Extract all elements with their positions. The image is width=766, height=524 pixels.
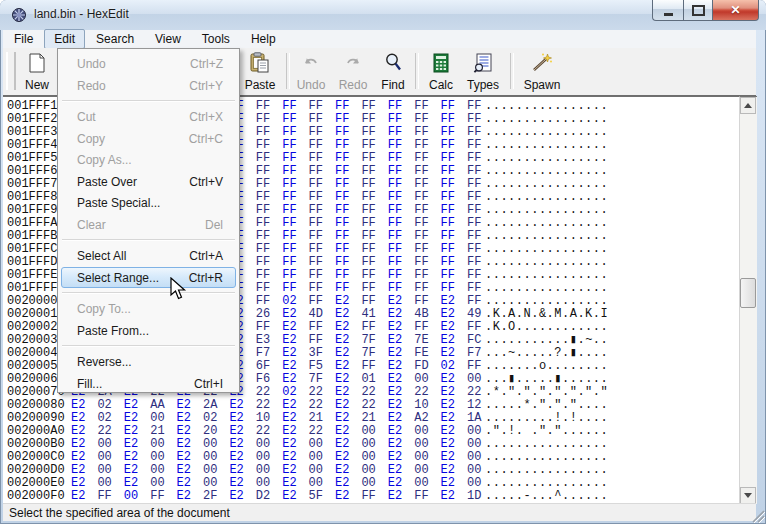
new-button[interactable]: New [15,51,59,92]
menu-item-shortcut: Ctrl+V [189,172,223,194]
menu-item-paste-over[interactable]: Paste OverCtrl+V [61,171,236,193]
new-document-icon [28,51,46,73]
menu-item-shortcut: Ctrl+Y [189,76,223,98]
menu-item-shortcut: Ctrl+A [189,246,223,268]
redo-arrow-icon [343,51,363,73]
hex-byte[interactable]: E2 [441,490,455,503]
hex-byte[interactable]: 5F [309,490,323,503]
hex-byte[interactable]: E2 [229,490,243,503]
hex-byte[interactable]: 1D [467,490,481,503]
menu-item-shortcut: Del [205,215,223,237]
menu-item-select-range[interactable]: Select Range...Ctrl+R [61,267,236,289]
scrollbar-thumb[interactable] [740,278,756,308]
menu-item-label: Reverse... [77,352,132,374]
scroll-up-button[interactable] [740,97,756,114]
hexedit-logo-icon[interactable] [11,7,27,23]
types-document-icon [473,51,493,73]
paste-clipboard-icon [250,51,270,73]
spawn-button-label: Spawn [524,78,561,92]
menu-item-label: Clear [77,215,106,237]
menu-item-label: Redo [77,76,106,98]
hex-byte[interactable]: FF [414,490,428,503]
menu-item-copy-to[interactable]: Copy To... [61,298,236,320]
redo-button-label: Redo [339,78,368,92]
undo-arrow-icon [301,51,321,73]
calc-button[interactable]: Calc [422,51,460,92]
hex-byte[interactable]: FF [150,490,164,503]
find-button-label: Find [381,78,404,92]
menu-search[interactable]: Search [86,29,144,49]
menu-item-shortcut: Ctrl+C [189,129,223,151]
menu-item-label: Undo [77,54,106,76]
menu-item-reverse[interactable]: Reverse... [61,351,236,373]
paste-button[interactable]: Paste [240,51,280,92]
menu-item-undo[interactable]: UndoCtrl+Z [61,53,236,75]
arrow-up-icon [744,103,752,108]
spawn-button[interactable]: Spawn [517,51,567,92]
hex-byte[interactable]: E2 [335,490,349,503]
new-button-label: New [25,78,49,92]
window-title: land.bin - HexEdit [34,7,129,21]
mouse-cursor [170,277,187,302]
menu-item-label: Paste From... [77,321,149,343]
menu-edit[interactable]: Edit [44,29,85,49]
menu-item-copy[interactable]: CopyCtrl+C [61,128,236,150]
maximize-button[interactable] [683,0,713,21]
menu-item-copy-as[interactable]: Copy As... [61,149,236,171]
menu-item-paste-special[interactable]: Paste Special... [61,192,236,214]
hex-row: 002000F0E2FF00FFE22FE2D2E25FE2FFE2FFE21D… [3,490,739,503]
menu-item-redo[interactable]: RedoCtrl+Y [61,75,236,97]
undo-button-label: Undo [297,78,326,92]
resize-grip[interactable] [750,508,765,523]
hex-byte[interactable]: 2F [203,490,217,503]
menu-item-label: Select Range... [77,268,159,290]
menu-item-label: Fill... [77,374,102,396]
menu-item-shortcut: Ctrl+I [194,374,223,396]
menu-item-paste-from[interactable]: Paste From... [61,320,236,342]
hex-byte[interactable]: E2 [71,490,85,503]
menu-tools[interactable]: Tools [192,29,240,49]
close-icon: ✕ [730,3,740,17]
menu-item-label: Select All [77,246,126,268]
undo-button[interactable]: Undo [290,51,332,92]
edit-menu: UndoCtrl+ZRedoCtrl+YCutCtrl+XCopyCtrl+CC… [57,48,240,393]
menu-separator [62,345,235,347]
menu-item-cut[interactable]: CutCtrl+X [61,106,236,128]
types-button-label: Types [467,78,499,92]
maximize-icon [692,5,705,16]
status-bar: Select the specified area of the documen… [3,503,756,521]
menu-item-label: Copy As... [77,150,132,172]
menu-item-label: Paste Special... [77,193,160,215]
vertical-scrollbar[interactable] [739,96,757,504]
menu-separator [62,239,235,241]
menu-item-clear[interactable]: ClearDel [61,214,236,236]
menu-help[interactable]: Help [241,29,286,49]
hex-byte[interactable]: 00 [124,490,138,503]
minimize-icon [664,13,673,16]
scroll-down-button[interactable] [740,487,756,504]
types-button[interactable]: Types [461,51,505,92]
menu-item-shortcut: Ctrl+Z [190,54,223,76]
find-button[interactable]: Find [375,51,411,92]
hex-byte[interactable]: E2 [177,490,191,503]
redo-button[interactable]: Redo [333,51,373,92]
hex-byte[interactable]: FF [97,490,111,503]
menu-view[interactable]: View [145,29,191,49]
ascii-text[interactable]: .....-...^...... [485,490,608,503]
calc-button-label: Calc [429,78,453,92]
hex-byte[interactable]: E2 [388,490,402,503]
menu-item-label: Paste Over [77,172,137,194]
menu-item-select-all[interactable]: Select AllCtrl+A [61,245,236,267]
hex-byte[interactable]: E2 [282,490,296,503]
menu-file[interactable]: File [4,29,43,49]
title-bar[interactable]: land.bin - HexEdit ✕ [0,0,766,30]
hex-address: 002000F0 [7,490,65,503]
minimize-button[interactable] [652,0,683,21]
hex-byte[interactable]: FF [361,490,375,503]
hexedit-window: land.bin - HexEdit ✕ File Edit Search Vi… [0,0,766,524]
toolbar-separator [415,53,419,89]
close-button[interactable]: ✕ [713,0,759,21]
menu-item-fill[interactable]: Fill...Ctrl+I [61,373,236,395]
menu-item-label: Cut [77,107,96,129]
hex-byte[interactable]: D2 [256,490,270,503]
